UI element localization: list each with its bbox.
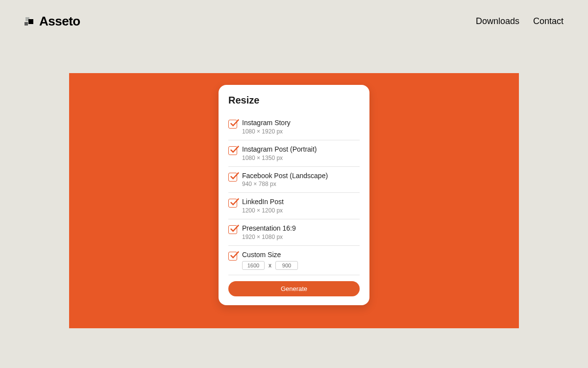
custom-width-input[interactable]: [242, 261, 265, 270]
checkbox-icon[interactable]: [228, 173, 237, 182]
option-label: Instagram Post (Portrait): [242, 145, 360, 154]
checkbox-icon[interactable]: [228, 225, 237, 234]
resize-option[interactable]: LinkedIn Post 1200 × 1200 px: [228, 193, 360, 219]
option-label: Custom Size: [242, 251, 360, 259]
brand-logo-icon: [24, 16, 35, 27]
top-nav: Downloads Contact: [476, 16, 564, 26]
option-label: Facebook Post (Landscape): [242, 172, 360, 180]
resize-option[interactable]: Presentation 16:9 1920 × 1080 px: [228, 219, 360, 246]
option-dimensions: 1080 × 1350 px: [242, 155, 360, 161]
resize-option-custom[interactable]: Custom Size x: [228, 246, 360, 275]
site-header: Asseto Downloads Contact: [0, 0, 588, 29]
resize-option[interactable]: Instagram Post (Portrait) 1080 × 1350 px: [228, 140, 360, 167]
showcase-panel: Resize Instagram Story 1080 × 1920 px In…: [69, 73, 519, 328]
generate-button[interactable]: Generate: [228, 281, 360, 296]
nav-downloads[interactable]: Downloads: [476, 16, 519, 26]
option-label: LinkedIn Post: [242, 198, 360, 206]
option-dimensions: 940 × 788 px: [242, 181, 360, 187]
card-title: Resize: [228, 95, 360, 106]
checkbox-icon[interactable]: [228, 146, 237, 155]
checkbox-icon[interactable]: [228, 252, 237, 261]
brand-name: Asseto: [39, 14, 80, 29]
resize-option[interactable]: Facebook Post (Landscape) 940 × 788 px: [228, 167, 360, 193]
option-dimensions: 1200 × 1200 px: [242, 207, 360, 214]
dimension-separator: x: [269, 262, 271, 269]
brand[interactable]: Asseto: [24, 14, 80, 29]
resize-card: Resize Instagram Story 1080 × 1920 px In…: [219, 85, 369, 305]
option-dimensions: 1920 × 1080 px: [242, 234, 360, 240]
resize-option[interactable]: Instagram Story 1080 × 1920 px: [228, 114, 360, 140]
option-label: Presentation 16:9: [242, 224, 360, 233]
custom-height-input[interactable]: [275, 261, 298, 270]
option-label: Instagram Story: [242, 119, 360, 127]
option-dimensions: 1080 × 1920 px: [242, 128, 360, 135]
nav-contact[interactable]: Contact: [533, 16, 564, 26]
checkbox-icon[interactable]: [228, 199, 237, 208]
checkbox-icon[interactable]: [228, 120, 237, 129]
